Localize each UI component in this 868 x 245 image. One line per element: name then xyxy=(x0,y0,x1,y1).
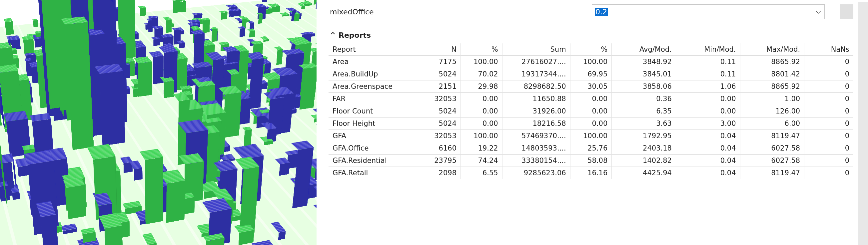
cell-avg: 6.35 xyxy=(612,105,676,117)
building xyxy=(3,18,13,22)
cell-n: 5024 xyxy=(419,105,461,117)
col-header-nans[interactable]: NaNs xyxy=(804,44,853,56)
cell-min: 0.04 xyxy=(676,167,740,179)
cell-min: 3.00 xyxy=(676,117,740,130)
caret-up-icon xyxy=(331,33,335,38)
table-row[interactable]: Area7175100.0027616027....100.003848.920… xyxy=(329,56,853,68)
cell-max: 126.00 xyxy=(740,105,804,117)
building xyxy=(10,36,20,40)
col-header-sum[interactable]: Sum xyxy=(502,44,570,56)
table-row[interactable]: GFA32053100.0057469370....100.001792.950… xyxy=(329,130,853,142)
color-swatch[interactable] xyxy=(840,4,853,19)
cell-nans: 0 xyxy=(804,155,853,167)
cell-pct2: 0.00 xyxy=(570,93,612,105)
cell-report: Area xyxy=(329,56,419,68)
table-row[interactable]: GFA.Retail20986.559285623.0616.164425.94… xyxy=(329,167,853,179)
cell-pct2: 16.16 xyxy=(570,167,612,179)
cell-avg: 3848.92 xyxy=(612,56,676,68)
cell-min: 1.06 xyxy=(676,80,740,93)
cell-pct1: 100.00 xyxy=(461,130,502,142)
cell-min: 0.00 xyxy=(676,93,740,105)
cell-pct1: 19.22 xyxy=(461,142,502,155)
building xyxy=(152,25,163,29)
divider xyxy=(329,25,853,25)
cell-sum: 57469370.... xyxy=(502,130,570,142)
vertical-scrollbar[interactable] xyxy=(858,2,868,245)
table-row[interactable]: GFA.Residential2379574.2433380154....58.… xyxy=(329,155,853,167)
property-value-dropdown[interactable]: 0.2 xyxy=(592,4,825,19)
table-row[interactable]: GFA.Office616019.2214803593....25.762403… xyxy=(329,142,853,155)
section-reports-header[interactable]: Reports xyxy=(329,29,853,44)
table-row[interactable]: Area.Greenspace215129.988298682.5030.053… xyxy=(329,80,853,93)
cell-report: Floor Height xyxy=(329,117,419,130)
cell-max: 8119.47 xyxy=(740,167,804,179)
cell-min: 0.00 xyxy=(676,105,740,117)
table-row[interactable]: FAR320530.0011650.880.000.360.001.000 xyxy=(329,93,853,105)
cell-min: 0.04 xyxy=(676,130,740,142)
cell-pct1: 70.02 xyxy=(461,68,502,80)
cell-pct1: 0.00 xyxy=(461,93,502,105)
building xyxy=(138,6,146,8)
cell-sum: 31926.00 xyxy=(502,105,570,117)
cell-max: 8119.47 xyxy=(740,130,804,142)
cell-avg: 4425.94 xyxy=(612,167,676,179)
cell-pct2: 100.00 xyxy=(570,56,612,68)
cell-n: 6160 xyxy=(419,142,461,155)
city-3d-viewport[interactable] xyxy=(0,0,316,245)
col-header-report[interactable]: Report xyxy=(329,44,419,56)
cell-pct2: 25.76 xyxy=(570,142,612,155)
col-header-n[interactable]: N xyxy=(419,44,461,56)
cell-n: 32053 xyxy=(419,130,461,142)
table-row[interactable]: Area.BuildUp502470.0219317344....69.9538… xyxy=(329,68,853,80)
table-row[interactable]: Floor Count50240.0031926.000.006.350.001… xyxy=(329,105,853,117)
cell-max: 8801.42 xyxy=(740,68,804,80)
cell-pct1: 100.00 xyxy=(461,56,502,68)
cell-min: 0.04 xyxy=(676,155,740,167)
table-header-row: Report N % Sum % Avg/Mod. Min/Mod. Max/M… xyxy=(329,44,853,56)
cell-max: 6027.58 xyxy=(740,155,804,167)
cell-pct2: 69.95 xyxy=(570,68,612,80)
col-header-pct2[interactable]: % xyxy=(570,44,612,56)
cell-max: 8865.92 xyxy=(740,80,804,93)
cell-report: Floor Count xyxy=(329,105,419,117)
cell-n: 7175 xyxy=(419,56,461,68)
col-header-avg[interactable]: Avg/Mod. xyxy=(612,44,676,56)
cell-nans: 0 xyxy=(804,56,853,68)
cell-nans: 0 xyxy=(804,167,853,179)
cell-max: 1.00 xyxy=(740,93,804,105)
cell-n: 32053 xyxy=(419,93,461,105)
building xyxy=(0,42,12,49)
cell-avg: 3858.06 xyxy=(612,80,676,93)
cell-sum: 33380154.... xyxy=(502,155,570,167)
cell-nans: 0 xyxy=(804,68,853,80)
cell-n: 2098 xyxy=(419,167,461,179)
cell-pct2: 58.08 xyxy=(570,155,612,167)
cell-nans: 0 xyxy=(804,93,853,105)
col-header-min[interactable]: Min/Mod. xyxy=(676,44,740,56)
cell-sum: 18216.58 xyxy=(502,117,570,130)
col-header-pct1[interactable]: % xyxy=(461,44,502,56)
reports-table: Report N % Sum % Avg/Mod. Min/Mod. Max/M… xyxy=(329,44,853,179)
cell-pct1: 0.00 xyxy=(461,105,502,117)
cell-nans: 0 xyxy=(804,80,853,93)
cell-pct2: 0.00 xyxy=(570,105,612,117)
cell-avg: 1402.82 xyxy=(612,155,676,167)
cell-n: 2151 xyxy=(419,80,461,93)
cell-sum: 27616027.... xyxy=(502,56,570,68)
cell-report: GFA.Office xyxy=(329,142,419,155)
cell-min: 0.11 xyxy=(676,68,740,80)
cell-sum: 19317344.... xyxy=(502,68,570,80)
cell-avg: 2403.18 xyxy=(612,142,676,155)
property-value-text: 0.2 xyxy=(595,8,608,16)
cell-pct2: 100.00 xyxy=(570,130,612,142)
col-header-max[interactable]: Max/Mod. xyxy=(740,44,804,56)
cell-sum: 14803593.... xyxy=(502,142,570,155)
cell-max: 6.00 xyxy=(740,117,804,130)
building xyxy=(210,27,218,29)
building xyxy=(24,58,31,61)
building xyxy=(0,64,18,73)
cell-sum: 9285623.06 xyxy=(502,167,570,179)
cell-avg: 1792.95 xyxy=(612,130,676,142)
table-row[interactable]: Floor Height50240.0018216.580.003.633.00… xyxy=(329,117,853,130)
property-label: mixedOffice xyxy=(329,8,582,16)
